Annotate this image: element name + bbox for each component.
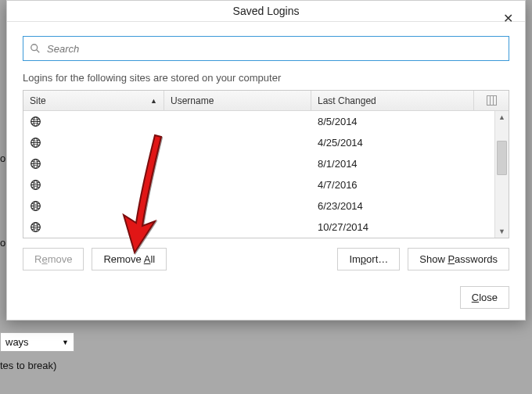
cell-last-changed: 8/1/2014	[311, 158, 474, 170]
search-field-wrapper[interactable]	[23, 36, 509, 61]
column-header-username[interactable]: Username	[164, 91, 311, 110]
import-button[interactable]: Import…	[337, 248, 400, 270]
column-header-label: Username	[171, 95, 214, 106]
scroll-up-icon[interactable]: ▲	[495, 111, 509, 124]
button-row: Remove Remove All Import… Show Passwords	[23, 238, 509, 270]
scroll-thumb[interactable]	[497, 141, 507, 175]
cell-site	[23, 116, 164, 127]
column-picker[interactable]	[474, 91, 509, 110]
cell-site	[23, 200, 164, 212]
table-row[interactable]: 4/25/2014	[23, 132, 494, 153]
table-row[interactable]: 8/1/2014	[23, 153, 494, 174]
scroll-down-icon[interactable]: ▼	[495, 225, 509, 238]
cell-site	[23, 158, 164, 170]
vertical-scrollbar[interactable]: ▲ ▼	[494, 111, 509, 238]
column-header-last-changed[interactable]: Last Changed	[311, 91, 474, 110]
cell-site	[23, 179, 164, 191]
saved-logins-dialog: Saved Logins ✕ Logins for the following …	[6, 0, 526, 321]
remove-all-button[interactable]: Remove All	[92, 248, 167, 270]
cell-site	[23, 137, 164, 149]
column-picker-icon	[487, 95, 497, 106]
globe-icon	[30, 116, 41, 127]
globe-icon	[30, 200, 41, 212]
table-row[interactable]: 4/7/2016	[23, 174, 494, 195]
remove-button[interactable]: Remove	[23, 248, 84, 270]
globe-icon	[30, 221, 41, 233]
scroll-track[interactable]	[495, 124, 509, 225]
description-text: Logins for the following sites are store…	[23, 72, 509, 84]
globe-icon	[30, 179, 41, 191]
table-row[interactable]: 8/5/2014	[23, 111, 494, 132]
svg-line-1	[37, 50, 40, 53]
dialog-footer: Close	[7, 278, 525, 320]
dialog-title: Saved Logins	[233, 5, 300, 17]
cell-last-changed: 4/7/2016	[311, 179, 474, 191]
column-header-label: Site	[30, 95, 46, 106]
background-dropdown-label: ways	[5, 336, 29, 348]
background-text: tes to break)	[0, 360, 56, 371]
logins-table: Site ▲ Username Last Changed 8/5/20144/2…	[23, 90, 509, 238]
background-bullet: o	[0, 237, 5, 249]
cell-last-changed: 4/25/2014	[311, 137, 474, 149]
globe-icon	[30, 137, 41, 149]
sort-ascending-icon: ▲	[150, 97, 157, 105]
show-passwords-button[interactable]: Show Passwords	[408, 248, 509, 270]
close-button[interactable]: Close	[460, 286, 509, 309]
chevron-down-icon: ▼	[62, 338, 69, 346]
column-header-site[interactable]: Site ▲	[23, 91, 164, 110]
svg-point-0	[31, 45, 38, 51]
table-row[interactable]: 6/23/2014	[23, 195, 494, 217]
close-icon[interactable]: ✕	[497, 7, 519, 29]
search-icon	[30, 43, 41, 54]
cell-last-changed: 8/5/2014	[311, 116, 474, 127]
cell-last-changed: 6/23/2014	[311, 200, 474, 212]
table-header: Site ▲ Username Last Changed	[23, 91, 509, 111]
table-body: 8/5/20144/25/20148/1/20144/7/20166/23/20…	[23, 111, 494, 238]
dialog-titlebar: Saved Logins ✕	[7, 1, 525, 22]
table-row[interactable]: 10/27/2014	[23, 217, 494, 238]
column-header-label: Last Changed	[318, 95, 376, 106]
globe-icon	[30, 158, 41, 170]
cell-last-changed: 10/27/2014	[311, 221, 474, 233]
search-input[interactable]	[45, 42, 502, 56]
background-dropdown: ways ▼	[0, 332, 74, 352]
cell-site	[23, 221, 164, 233]
background-bullet: o	[0, 152, 5, 164]
